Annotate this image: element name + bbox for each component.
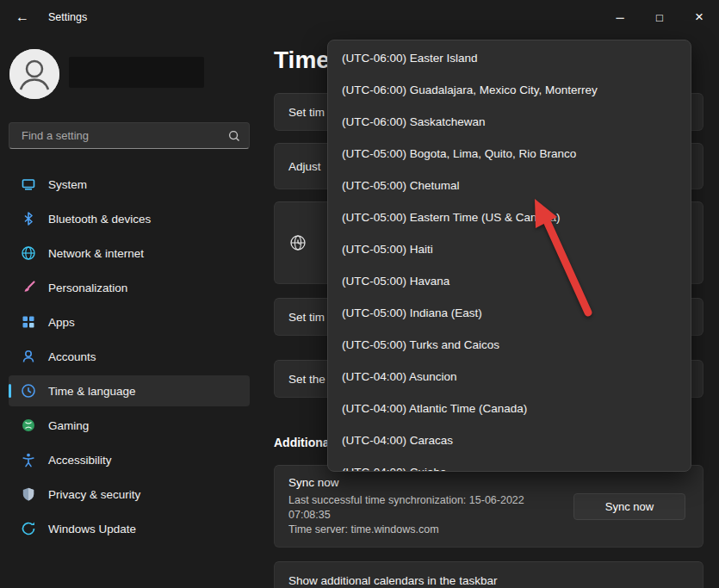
search-input[interactable]: [20, 128, 226, 143]
setting-row-label: Show additional calendars in the taskbar: [288, 574, 497, 587]
timezone-option[interactable]: (UTC-05:00) Bogota, Lima, Quito, Rio Bra…: [328, 138, 691, 170]
sidebar-item-label: Windows Update: [48, 523, 136, 535]
sync-now-card: Sync now Last successful time synchroniz…: [274, 465, 704, 548]
sidebar-item-label: Accessibility: [48, 454, 112, 467]
xbox-icon: [21, 418, 36, 433]
additional-settings-heading: Additiona: [274, 436, 330, 449]
timezone-option-eastern-time[interactable]: (UTC-05:00) Eastern Time (US & Canada): [328, 201, 691, 233]
close-icon: ×: [695, 9, 704, 26]
sidebar-item-accessibility[interactable]: Accessibility: [9, 444, 250, 475]
setting-row-label: Set the: [288, 373, 325, 386]
timezone-option[interactable]: (UTC-06:00) Easter Island: [328, 42, 691, 74]
minimize-button[interactable]: ─: [600, 0, 640, 34]
apps-grid-icon: [21, 314, 36, 330]
sidebar-item-label: System: [48, 178, 87, 191]
setting-row-label: Set tim: [288, 311, 325, 324]
timezone-option[interactable]: (UTC-04:00) Asuncion: [328, 361, 691, 393]
sync-info: Sync now Last successful time synchroniz…: [288, 476, 524, 536]
sidebar-item-privacy-security[interactable]: Privacy & security: [9, 479, 250, 510]
setting-row-label: Set tim: [288, 106, 325, 119]
maximize-button[interactable]: □: [640, 0, 679, 34]
bluetooth-icon: [21, 211, 36, 226]
setting-row-label: Adjust: [288, 160, 321, 173]
window-controls: ─ □ ×: [600, 0, 719, 34]
redacted-username: [69, 57, 204, 88]
sidebar-item-bluetooth-devices[interactable]: Bluetooth & devices: [9, 203, 250, 234]
timezone-option[interactable]: (UTC-06:00) Guadalajara, Mexico City, Mo…: [328, 74, 691, 106]
sidebar-item-label: Personalization: [48, 282, 127, 294]
timezone-dropdown: (UTC-06:00) Easter Island (UTC-06:00) Gu…: [327, 40, 691, 472]
sidebar-nav: System Bluetooth & devices Network & int…: [0, 169, 258, 548]
sidebar-item-label: Bluetooth & devices: [48, 213, 151, 226]
system-icon: [21, 176, 36, 192]
sidebar-item-apps[interactable]: Apps: [9, 306, 250, 337]
update-arrows-icon: [21, 521, 36, 536]
sync-server-line: Time server: time.windows.com: [288, 523, 524, 536]
sidebar-item-windows-update[interactable]: Windows Update: [9, 513, 250, 544]
sidebar-item-label: Network & internet: [48, 247, 144, 260]
titlebar: ← Settings ─ □ ×: [0, 0, 719, 34]
back-arrow-icon: ←: [15, 9, 29, 25]
timezone-option[interactable]: (UTC-04:00) Cuiaba: [328, 456, 691, 472]
maximize-icon: □: [656, 11, 663, 24]
timezone-option[interactable]: (UTC-06:00) Saskatchewan: [328, 106, 691, 138]
sync-last-line1: Last successful time synchronization: 15…: [288, 494, 524, 507]
sidebar-item-gaming[interactable]: Gaming: [9, 410, 250, 441]
search-icon: [226, 128, 242, 144]
paintbrush-icon: [21, 280, 36, 295]
timezone-option[interactable]: (UTC-05:00) Indiana (East): [328, 297, 691, 329]
close-button[interactable]: ×: [679, 0, 719, 34]
sidebar-item-network-internet[interactable]: Network & internet: [9, 238, 250, 269]
sidebar-item-label: Privacy & security: [48, 488, 140, 501]
clock-icon: [21, 383, 36, 399]
timezone-option[interactable]: (UTC-04:00) Caracas: [328, 424, 691, 456]
timezone-option[interactable]: (UTC-05:00) Havana: [328, 265, 691, 297]
account-person-icon: [21, 349, 36, 364]
accessibility-person-icon: [21, 452, 36, 467]
sync-now-button[interactable]: Sync now: [573, 493, 685, 520]
sidebar-item-label: Accounts: [48, 350, 96, 363]
show-additional-calendars-row[interactable]: Show additional calendars in the taskbar: [274, 561, 704, 588]
timezone-option[interactable]: (UTC-05:00) Chetumal: [328, 170, 691, 201]
sidebar-item-label: Gaming: [48, 419, 89, 432]
globe-icon: [21, 245, 36, 261]
timezone-option[interactable]: (UTC-05:00) Turks and Caicos: [328, 329, 691, 361]
sidebar-item-time-language[interactable]: Time & language: [9, 375, 250, 406]
back-button[interactable]: ←: [9, 5, 36, 29]
sidebar-item-system[interactable]: System: [9, 169, 250, 200]
sidebar-item-label: Apps: [48, 316, 75, 329]
sidebar-item-accounts[interactable]: Accounts: [9, 341, 250, 372]
settings-window: ← Settings ─ □ ×: [0, 0, 719, 588]
search-box[interactable]: [9, 122, 250, 149]
globe-clock-icon: [288, 233, 307, 252]
sync-last-line2: 07:08:35: [288, 509, 524, 522]
timezone-option[interactable]: (UTC-05:00) Haiti: [328, 233, 691, 265]
person-icon: [9, 49, 59, 99]
page-title: Time: [274, 46, 330, 74]
timezone-option[interactable]: (UTC-04:00) Atlantic Time (Canada): [328, 393, 691, 424]
sidebar: System Bluetooth & devices Network & int…: [0, 34, 258, 588]
sidebar-item-personalization[interactable]: Personalization: [9, 272, 250, 303]
sidebar-item-label: Time & language: [48, 385, 136, 398]
sync-title: Sync now: [288, 476, 524, 489]
minimize-icon: ─: [616, 11, 623, 24]
window-title: Settings: [48, 11, 87, 23]
avatar[interactable]: [9, 49, 59, 99]
shield-icon: [21, 486, 36, 502]
timezone-list: (UTC-06:00) Easter Island (UTC-06:00) Gu…: [328, 42, 691, 472]
